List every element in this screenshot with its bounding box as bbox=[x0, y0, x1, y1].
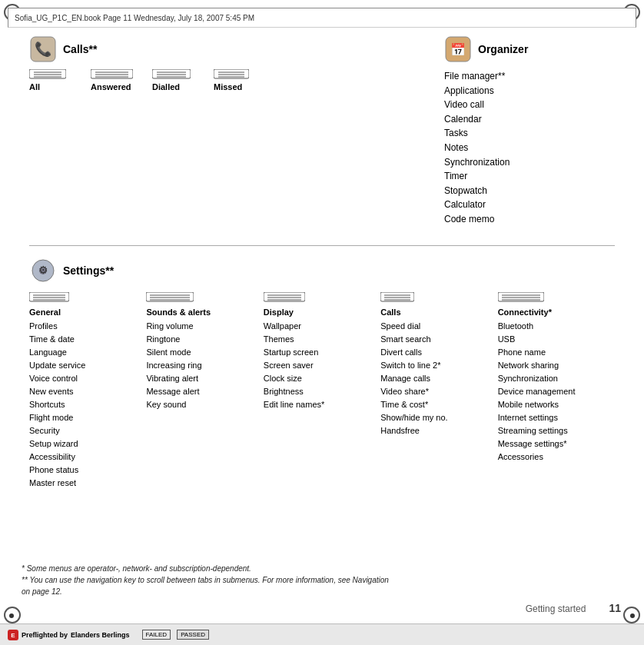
corner-dot-bl bbox=[9, 613, 14, 618]
list-item: Switch to line 2* bbox=[380, 359, 497, 372]
list-item: Device management bbox=[498, 385, 615, 398]
settings-title: Settings** bbox=[63, 264, 114, 277]
list-item: Handsfree bbox=[380, 424, 497, 437]
list-item: Streaming settings bbox=[498, 424, 615, 437]
list-item: Setup wizard bbox=[29, 437, 146, 451]
organizer-item-6: Synchronization bbox=[444, 155, 528, 170]
list-item: Flight mode bbox=[29, 411, 146, 424]
list-item: Wallpaper bbox=[264, 320, 380, 333]
list-item: Mobile networks bbox=[498, 398, 615, 411]
list-item: Language bbox=[29, 346, 146, 359]
settings-header: ⚙ Settings** bbox=[29, 257, 615, 284]
organizer-title: Organizer bbox=[478, 43, 528, 55]
list-item: Vibrating alert bbox=[146, 372, 263, 385]
list-item: Show/hide my no. bbox=[380, 411, 497, 424]
list-item: Network sharing bbox=[498, 359, 615, 372]
calls-settings-col-title: Calls bbox=[380, 308, 497, 317]
footnote-line1: * Some menus are operator-, network- and… bbox=[22, 563, 622, 574]
display-col-list: Wallpaper Themes Startup screen Screen s… bbox=[264, 320, 380, 411]
corner-dot-br bbox=[630, 613, 635, 618]
preflighted-bar: E Preflighted by Elanders Berlings FAILE… bbox=[0, 623, 644, 645]
preflighted-company: Elanders Berlings bbox=[71, 631, 130, 639]
elanders-logo-icon: E bbox=[8, 630, 18, 640]
list-item: Phone name bbox=[498, 346, 615, 359]
svg-text:⚙: ⚙ bbox=[38, 264, 48, 276]
svg-text:E: E bbox=[11, 632, 15, 639]
calls-tabs: All Answered bbox=[29, 69, 260, 91]
svg-text:📅: 📅 bbox=[450, 42, 466, 57]
general-tab-icon bbox=[29, 292, 69, 302]
calls-tab-all[interactable]: All bbox=[29, 69, 75, 91]
sounds-col-title: Sounds & alerts bbox=[146, 308, 263, 317]
list-item: Startup screen bbox=[264, 346, 380, 359]
settings-col-calls: Calls Speed dial Smart search Divert cal… bbox=[380, 292, 497, 490]
sounds-col-list: Ring volume Ringtone Silent mode Increas… bbox=[146, 320, 263, 411]
organizer-list: File manager** Applications Video call C… bbox=[444, 69, 528, 227]
list-item: Speed dial bbox=[380, 320, 497, 333]
list-item: Shortcuts bbox=[29, 398, 146, 411]
list-item: Update service bbox=[29, 359, 146, 372]
list-item: Time & date bbox=[29, 333, 146, 346]
settings-section: ⚙ Settings** General Profile bbox=[29, 257, 615, 490]
list-item: Silent mode bbox=[146, 346, 263, 359]
organizer-item-1: Applications bbox=[444, 84, 528, 98]
organizer-item-2: Video call bbox=[444, 98, 528, 112]
calls-tab-answered[interactable]: Answered bbox=[91, 69, 137, 91]
general-col-title: General bbox=[29, 308, 146, 317]
pf-failed-label: FAILED bbox=[142, 630, 171, 640]
top-bar-text: Sofia_UG_P1C_EN.book Page 11 Wednesday, … bbox=[15, 14, 254, 22]
top-row: 📞 Calls** All bbox=[29, 35, 615, 227]
top-bar: Sofia_UG_P1C_EN.book Page 11 Wednesday, … bbox=[8, 8, 636, 28]
sounds-tab-icon bbox=[146, 292, 194, 302]
footnotes: * Some menus are operator-, network- and… bbox=[22, 563, 622, 597]
calls-settings-tab-icon bbox=[380, 292, 414, 302]
pf-passed-label: PASSED bbox=[177, 630, 209, 640]
calls-tab-all-label: All bbox=[29, 82, 40, 91]
organizer-item-7: Timer bbox=[444, 169, 528, 184]
list-item: Accessories bbox=[498, 451, 615, 464]
main-content: 📞 Calls** All bbox=[14, 28, 630, 599]
connectivity-tab-icon bbox=[498, 292, 544, 302]
preflighted-label: Preflighted by bbox=[22, 631, 68, 639]
calls-title: Calls** bbox=[63, 43, 97, 55]
calls-tab-missed-label: Missed bbox=[214, 82, 242, 91]
organizer-header: 📅 Organizer bbox=[444, 35, 528, 63]
list-item: Security bbox=[29, 424, 146, 437]
calls-tab-missed[interactable]: Missed bbox=[214, 69, 260, 91]
svg-text:📞: 📞 bbox=[35, 41, 52, 58]
list-item: USB bbox=[498, 333, 615, 346]
list-item: Video share* bbox=[380, 385, 497, 398]
list-item: Message settings* bbox=[498, 437, 615, 451]
settings-grid: General Profiles Time & date Language Up… bbox=[29, 292, 615, 490]
organizer-block: 📅 Organizer File manager** Applications … bbox=[444, 35, 528, 227]
list-item: Smart search bbox=[380, 333, 497, 346]
display-col-title: Display bbox=[264, 308, 380, 317]
calls-icon: 📞 bbox=[29, 35, 57, 63]
connectivity-col-list: Bluetooth USB Phone name Network sharing… bbox=[498, 320, 615, 464]
footnote-line3: on page 12. bbox=[22, 586, 622, 597]
organizer-icon: 📅 bbox=[444, 35, 472, 63]
list-item: Ring volume bbox=[146, 320, 263, 333]
connectivity-col-title: Connectivity* bbox=[498, 308, 615, 317]
organizer-item-3: Calendar bbox=[444, 112, 528, 127]
list-item: Screen saver bbox=[264, 359, 380, 372]
list-item: Increasing ring bbox=[146, 359, 263, 372]
section-divider bbox=[29, 245, 615, 246]
list-item: Internet settings bbox=[498, 411, 615, 424]
calls-tab-dialled[interactable]: Dialled bbox=[152, 69, 198, 91]
list-item: Synchronization bbox=[498, 372, 615, 385]
organizer-item-5: Notes bbox=[444, 141, 528, 155]
general-col-list: Profiles Time & date Language Update ser… bbox=[29, 320, 146, 490]
settings-col-display: Display Wallpaper Themes Startup screen … bbox=[264, 292, 380, 490]
settings-col-connectivity: Connectivity* Bluetooth USB Phone name N… bbox=[498, 292, 615, 490]
calls-header: 📞 Calls** bbox=[29, 35, 260, 63]
settings-col-general: General Profiles Time & date Language Up… bbox=[29, 292, 146, 490]
pf-logo: E Preflighted by Elanders Berlings bbox=[8, 630, 130, 640]
list-item: Voice control bbox=[29, 372, 146, 385]
organizer-item-9: Calculator bbox=[444, 198, 528, 212]
settings-col-sounds: Sounds & alerts Ring volume Ringtone Sil… bbox=[146, 292, 263, 490]
list-item: Time & cost* bbox=[380, 398, 497, 411]
page-number: 11 bbox=[609, 602, 621, 614]
footnote-line2: ** You can use the navigation key to scr… bbox=[22, 574, 622, 586]
list-item: Message alert bbox=[146, 385, 263, 398]
